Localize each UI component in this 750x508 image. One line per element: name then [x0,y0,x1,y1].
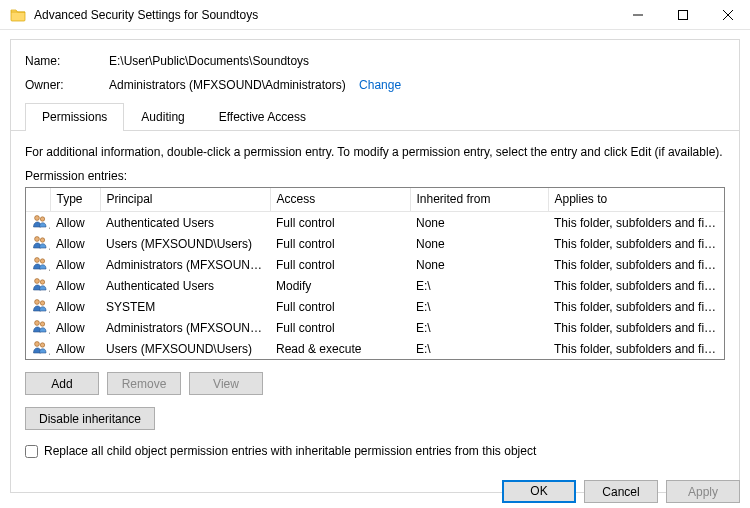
folder-icon [10,7,26,23]
svg-point-5 [35,258,40,263]
cell-principal: Authenticated Users [100,212,270,234]
svg-point-3 [35,237,40,242]
cell-type: Allow [50,338,100,359]
table-row[interactable]: Allow Administrators (MFXSOUND\... Full … [26,254,724,275]
client-area: Name: E:\User\Public\Documents\Soundtoys… [10,39,740,493]
cell-principal: SYSTEM [100,296,270,317]
cell-type: Allow [50,212,100,234]
svg-point-13 [35,342,40,347]
table-row[interactable]: Allow Authenticated Users Modify E:\ Thi… [26,275,724,296]
group-icon [32,297,48,313]
svg-point-14 [40,343,44,347]
svg-rect-0 [678,10,687,19]
svg-point-9 [35,300,40,305]
tab-effective-access[interactable]: Effective Access [202,103,323,131]
tab-strip: Permissions Auditing Effective Access [11,102,739,131]
cell-principal: Authenticated Users [100,275,270,296]
minimize-button[interactable] [615,0,660,30]
column-header-access[interactable]: Access [270,188,410,212]
name-row: Name: E:\User\Public\Documents\Soundtoys [25,54,725,68]
group-icon [32,255,48,271]
cell-applies: This folder, subfolders and files [548,296,724,317]
column-header-inherited[interactable]: Inherited from [410,188,548,212]
cell-inherited: E:\ [410,338,548,359]
column-header-principal[interactable]: Principal [100,188,270,212]
cell-inherited: E:\ [410,317,548,338]
tab-permissions[interactable]: Permissions [25,103,124,131]
owner-label: Owner: [25,78,109,92]
cell-type: Allow [50,317,100,338]
cell-inherited: None [410,254,548,275]
entries-label: Permission entries: [25,169,725,183]
cell-applies: This folder, subfolders and files [548,275,724,296]
column-header-icon[interactable] [26,188,50,212]
cell-access: Read & execute [270,338,410,359]
view-button[interactable]: View [189,372,263,395]
close-button[interactable] [705,0,750,30]
ok-button[interactable]: OK [502,480,576,503]
svg-point-8 [40,280,44,284]
svg-point-7 [35,279,40,284]
add-button[interactable]: Add [25,372,99,395]
table-row[interactable]: Allow Users (MFXSOUND\Users) Full contro… [26,233,724,254]
cell-access: Full control [270,296,410,317]
cancel-button[interactable]: Cancel [584,480,658,503]
cell-principal: Administrators (MFXSOUND\... [100,254,270,275]
cell-type: Allow [50,275,100,296]
group-icon [32,339,48,355]
svg-point-1 [35,216,40,221]
svg-point-4 [40,238,44,242]
cell-inherited: E:\ [410,296,548,317]
cell-applies: This folder, subfolders and files [548,212,724,234]
cell-principal: Users (MFXSOUND\Users) [100,233,270,254]
svg-point-12 [40,322,44,326]
cell-principal: Users (MFXSOUND\Users) [100,338,270,359]
cell-type: Allow [50,233,100,254]
table-row[interactable]: Allow Authenticated Users Full control N… [26,212,724,234]
cell-principal: Administrators (MFXSOUND\... [100,317,270,338]
cell-access: Full control [270,212,410,234]
cell-type: Allow [50,254,100,275]
svg-point-6 [40,259,44,263]
window-title: Advanced Security Settings for Soundtoys [34,8,615,22]
cell-applies: This folder, subfolders and files [548,338,724,359]
group-icon [32,234,48,250]
replace-child-label: Replace all child object permission entr… [44,444,536,458]
group-icon [32,276,48,292]
replace-child-checkbox[interactable] [25,445,38,458]
name-label: Name: [25,54,109,68]
group-icon [32,213,48,229]
cell-access: Modify [270,275,410,296]
change-owner-link[interactable]: Change [359,78,401,92]
tab-auditing[interactable]: Auditing [124,103,201,131]
cell-applies: This folder, subfolders and files [548,233,724,254]
cell-inherited: None [410,233,548,254]
column-header-applies[interactable]: Applies to [548,188,724,212]
dialog-footer: OK Cancel Apply [502,480,740,503]
remove-button[interactable]: Remove [107,372,181,395]
svg-point-10 [40,301,44,305]
cell-access: Full control [270,317,410,338]
permission-table: Type Principal Access Inherited from App… [25,187,725,360]
cell-applies: This folder, subfolders and files [548,317,724,338]
owner-value: Administrators (MFXSOUND\Administrators) [109,78,346,92]
title-bar: Advanced Security Settings for Soundtoys [0,0,750,30]
column-header-type[interactable]: Type [50,188,100,212]
cell-inherited: E:\ [410,275,548,296]
cell-access: Full control [270,254,410,275]
owner-row: Owner: Administrators (MFXSOUND\Administ… [25,78,725,92]
table-row[interactable]: Allow Administrators (MFXSOUND\... Full … [26,317,724,338]
cell-applies: This folder, subfolders and files [548,254,724,275]
table-row[interactable]: Allow SYSTEM Full control E:\ This folde… [26,296,724,317]
name-value: E:\User\Public\Documents\Soundtoys [109,54,309,68]
table-row[interactable]: Allow Users (MFXSOUND\Users) Read & exec… [26,338,724,359]
disable-inheritance-button[interactable]: Disable inheritance [25,407,155,430]
cell-inherited: None [410,212,548,234]
cell-type: Allow [50,296,100,317]
info-text: For additional information, double-click… [25,145,725,159]
group-icon [32,318,48,334]
apply-button[interactable]: Apply [666,480,740,503]
svg-point-2 [40,217,44,221]
maximize-button[interactable] [660,0,705,30]
svg-point-11 [35,321,40,326]
